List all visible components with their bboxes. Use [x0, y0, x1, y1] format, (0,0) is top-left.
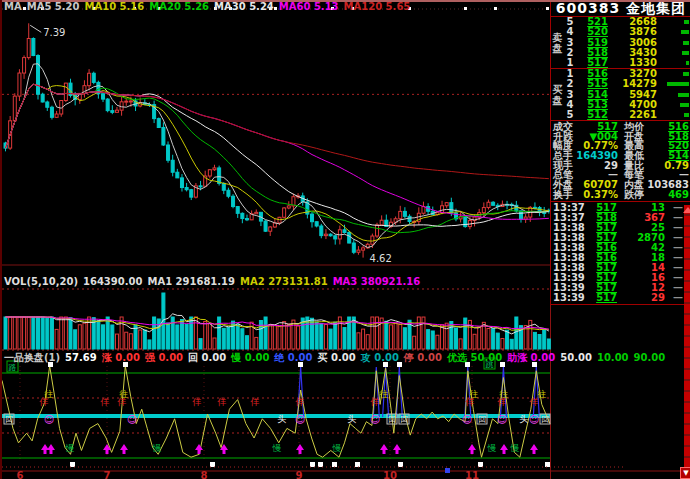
- side-label-char: 买: [553, 84, 563, 95]
- legend-label: 10.00: [597, 352, 629, 363]
- stock-info-grid: 成交517均价516升跌▼004开盘518幅度0.77%最高520总手16439…: [551, 121, 690, 202]
- bid-levels-block: 买盘 1516327025151427935145947451347005512…: [551, 69, 690, 121]
- svg-text:往: 往: [379, 389, 389, 399]
- tick-row[interactable]: 13:3851725—: [553, 223, 690, 233]
- scroll-down-button[interactable]: ▼: [680, 467, 690, 479]
- level-price[interactable]: 519: [576, 38, 608, 48]
- tick-time: 13:37: [553, 203, 583, 213]
- bid-row[interactable]: 55122261: [564, 110, 690, 120]
- legend-label: VOL(5,10,20): [4, 276, 78, 287]
- level-price[interactable]: 517: [576, 58, 608, 68]
- legend-label: 90.00: [634, 352, 666, 363]
- svg-text:8: 8: [201, 470, 208, 479]
- legend-label: 买 0.00: [318, 352, 356, 363]
- ask-row[interactable]: 25183430: [564, 48, 690, 58]
- tick-price: 517: [583, 273, 617, 283]
- tick-price: 517: [583, 293, 617, 303]
- legend-label: 攻 0.00: [361, 352, 399, 363]
- tick-volume: 16: [617, 273, 665, 283]
- svg-text:往: 往: [469, 389, 479, 399]
- legend-label: 绝 0.00: [274, 352, 312, 363]
- svg-text:7.39: 7.39: [43, 27, 65, 38]
- level-number: 3: [564, 38, 576, 48]
- svg-text:☺: ☺: [370, 414, 380, 425]
- ask-rows: 5521266845203876351930062518343015171330: [564, 17, 690, 68]
- volume-legend-row: VOL(5,10,20)164390.00MA1 291681.19MA2 27…: [4, 276, 425, 287]
- level-volume: 3876: [608, 27, 665, 37]
- level-volume-bar: [665, 79, 689, 89]
- svg-text:慢: 慢: [332, 443, 342, 453]
- legend-label: MA3 380921.16: [333, 276, 421, 287]
- tick-row[interactable]: 13:3951716—: [553, 273, 690, 283]
- level-volume-bar: [665, 58, 689, 68]
- scrollbar-thumb-icon[interactable]: [683, 207, 690, 213]
- info-row: 现手29量比0.79: [553, 161, 689, 171]
- legend-label: MA30 5.24: [214, 1, 274, 12]
- svg-text:☺: ☺: [295, 414, 305, 425]
- svg-text:佯: 佯: [100, 397, 110, 407]
- legend-label: 回 0.00: [188, 352, 226, 363]
- tick-row[interactable]: 13:3851642—: [553, 243, 690, 253]
- legend-label: 强 0.00: [145, 352, 183, 363]
- svg-text:☺: ☺: [497, 414, 507, 425]
- legend-label: MA60 5.13: [279, 1, 339, 12]
- level-price[interactable]: 520: [576, 27, 608, 37]
- quote-panel: 600383 金地集团 卖盘 5521266845203876351930062…: [550, 0, 690, 305]
- bid-rows: 1516327025151427935145947451347005512226…: [564, 69, 690, 120]
- tick-row[interactable]: 13:3851714—: [553, 263, 690, 273]
- svg-text:4.62: 4.62: [370, 253, 392, 264]
- window-top-border: [2, 0, 690, 2]
- legend-label: 停 0.00: [404, 352, 442, 363]
- tick-row[interactable]: 13:385172870—: [553, 233, 690, 243]
- level-volume: 2261: [608, 110, 665, 120]
- tick-time: 13:38: [553, 233, 583, 243]
- tick-time: 13:38: [553, 263, 583, 273]
- svg-text:回: 回: [5, 415, 13, 424]
- tick-row[interactable]: 13:3751713—: [553, 203, 690, 213]
- level-number: 1: [564, 58, 576, 68]
- svg-text:11: 11: [465, 470, 479, 479]
- level-number: 3: [564, 90, 576, 100]
- tick-price: 517: [583, 263, 617, 273]
- ask-row[interactable]: 15171330: [564, 58, 690, 68]
- tick-row[interactable]: 13:3951729—: [553, 293, 690, 303]
- ask-row[interactable]: 35193006: [564, 37, 690, 47]
- side-label-char: 盘: [553, 43, 563, 54]
- candlestick-layer: [4, 23, 550, 257]
- info-value: 469: [646, 190, 689, 200]
- tick-row[interactable]: 13:37518367—: [553, 213, 690, 223]
- level-price[interactable]: 514: [576, 90, 608, 100]
- svg-text:慢: 慢: [487, 443, 497, 453]
- tick-time: 13:39: [553, 283, 583, 293]
- svg-text:10: 10: [383, 470, 397, 479]
- level-price[interactable]: 512: [576, 110, 608, 120]
- tick-volume: 13: [617, 203, 665, 213]
- right-scrollbar[interactable]: [684, 205, 690, 479]
- tick-row[interactable]: 13:3851618—: [553, 253, 690, 263]
- legend-label: 57.69: [65, 352, 97, 363]
- tick-price: 517: [583, 283, 617, 293]
- svg-text:6: 6: [17, 470, 24, 479]
- level-price[interactable]: 515: [576, 79, 608, 89]
- ask-row[interactable]: 55212668: [564, 17, 690, 27]
- bid-row[interactable]: 45134700: [564, 100, 690, 110]
- bid-row[interactable]: 35145947: [564, 89, 690, 99]
- ask-row[interactable]: 45203876: [564, 27, 690, 37]
- side-label-char: 卖: [553, 32, 563, 43]
- tick-row[interactable]: 13:3951712—: [553, 283, 690, 293]
- tick-price: 516: [583, 243, 617, 253]
- tick-time: 13:39: [553, 293, 583, 303]
- svg-text:头: 头: [520, 414, 529, 424]
- bid-row[interactable]: 251514279: [564, 79, 690, 89]
- level-volume-bar: [665, 69, 689, 79]
- legend-label: 优选 50.00: [447, 352, 502, 363]
- tick-volume: 18: [617, 253, 665, 263]
- time-axis-layer: 67891011: [2, 467, 680, 479]
- info-row: 换手0.37%跌停469: [553, 190, 689, 200]
- info-label: 换手: [553, 190, 575, 200]
- tick-trade-list: 13:3751713—13:37518367—13:3851725—13:385…: [551, 202, 690, 303]
- tick-volume: 12: [617, 283, 665, 293]
- tick-volume: 14: [617, 263, 665, 273]
- svg-text:头: 头: [278, 414, 287, 424]
- ask-levels-block: 卖盘 5521266845203876351930062518343015171…: [551, 17, 690, 69]
